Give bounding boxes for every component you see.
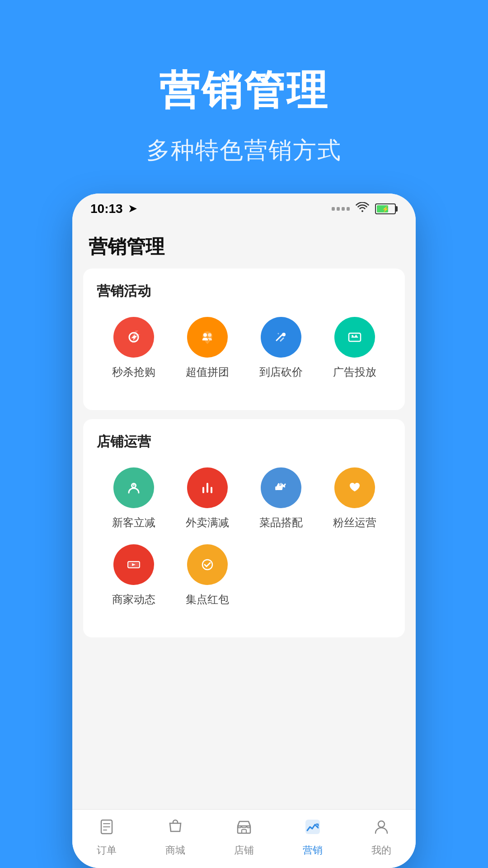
status-bar: 10:13 ➤ <box>72 193 416 222</box>
delivery-discount-label: 外卖满减 <box>186 515 229 530</box>
price-cut-label: 到店砍价 <box>259 365 303 379</box>
group-buy-item[interactable]: 超值拼团 <box>170 317 244 379</box>
svg-point-7 <box>352 335 353 337</box>
ad-placement-item[interactable]: 广告投放 <box>318 317 391 379</box>
signal-icon <box>332 207 350 211</box>
mall-label: 商城 <box>165 844 185 857</box>
price-cut-item[interactable]: 到店砍价 <box>244 317 318 379</box>
bottom-nav: 订单 商城 <box>72 809 416 868</box>
flash-sale-label: 秒杀抢购 <box>112 365 155 379</box>
page-title: 营销管理 <box>0 63 488 118</box>
status-time: 10:13 ➤ <box>90 202 136 216</box>
nav-store[interactable]: 店铺 <box>221 818 267 857</box>
mine-label: 我的 <box>371 844 391 857</box>
marketing-label: 营销 <box>303 844 323 857</box>
delivery-discount-icon <box>187 467 228 508</box>
group-buy-icon <box>187 317 228 358</box>
ad-placement-icon <box>334 317 375 358</box>
new-customer-item[interactable]: 新客立减 <box>97 467 170 530</box>
orders-icon <box>98 818 116 840</box>
page-subtitle: 多种特色营销方式 <box>0 135 488 166</box>
stamp-redpack-item[interactable]: 集点红包 <box>170 544 244 607</box>
store-label: 店铺 <box>234 844 254 857</box>
svg-rect-13 <box>202 487 204 493</box>
mine-icon <box>372 818 390 840</box>
nav-mall[interactable]: 商城 <box>153 818 198 857</box>
nav-mine[interactable]: 我的 <box>359 818 404 857</box>
svg-rect-16 <box>275 486 277 490</box>
orders-label: 订单 <box>97 844 117 857</box>
store-operations-grid: 新客立减 外卖满减 <box>97 467 391 621</box>
marketing-icon <box>304 818 322 840</box>
svg-rect-12 <box>206 483 208 493</box>
merchant-news-label: 商家动态 <box>112 592 155 607</box>
fans-ops-icon <box>334 467 375 508</box>
marketing-activities-title: 营销活动 <box>97 282 391 301</box>
svg-point-4 <box>282 333 286 336</box>
marketing-activities-card: 营销活动 秒杀抢购 <box>83 269 405 410</box>
app-header: 营销管理 <box>72 222 416 269</box>
store-operations-card: 店铺运营 新客立减 <box>83 419 405 637</box>
nav-marketing[interactable]: 营销 <box>290 818 335 857</box>
phone-mockup: 10:13 ➤ <box>72 193 416 868</box>
nav-orders[interactable]: 订单 <box>84 818 129 857</box>
battery-icon: ⚡ <box>375 203 398 214</box>
flash-sale-icon <box>113 317 154 358</box>
new-customer-label: 新客立减 <box>112 515 155 530</box>
new-customer-icon <box>113 467 154 508</box>
status-icons: ⚡ <box>332 202 398 216</box>
flash-sale-item[interactable]: 秒杀抢购 <box>97 317 170 379</box>
svg-rect-14 <box>211 487 212 493</box>
page-header: 营销管理 多种特色营销方式 <box>0 0 488 193</box>
ad-placement-label: 广告投放 <box>333 365 376 379</box>
menu-combo-label: 菜品搭配 <box>259 515 303 530</box>
menu-combo-icon <box>261 467 301 508</box>
group-buy-label: 超值拼团 <box>186 365 229 379</box>
stamp-redpack-icon <box>187 544 228 585</box>
store-operations-title: 店铺运营 <box>97 433 391 451</box>
menu-combo-item[interactable]: 菜品搭配 <box>244 467 318 530</box>
price-cut-icon <box>261 317 301 358</box>
mall-icon <box>166 818 184 840</box>
app-content: 营销管理 营销活动 <box>72 222 416 809</box>
svg-point-3 <box>271 327 291 348</box>
location-arrow-icon: ➤ <box>128 203 136 215</box>
fans-ops-item[interactable]: 粉丝运营 <box>318 467 391 530</box>
merchant-news-item[interactable]: 商家动态 <box>97 544 170 607</box>
app-header-title: 营销管理 <box>89 234 399 259</box>
svg-point-30 <box>378 821 385 827</box>
stamp-redpack-label: 集点红包 <box>186 592 229 607</box>
wifi-icon <box>355 202 370 216</box>
marketing-activities-grid: 秒杀抢购 <box>97 317 391 394</box>
merchant-news-icon <box>113 544 154 585</box>
delivery-discount-item[interactable]: 外卖满减 <box>170 467 244 530</box>
fans-ops-label: 粉丝运营 <box>333 515 376 530</box>
store-icon <box>235 818 253 840</box>
